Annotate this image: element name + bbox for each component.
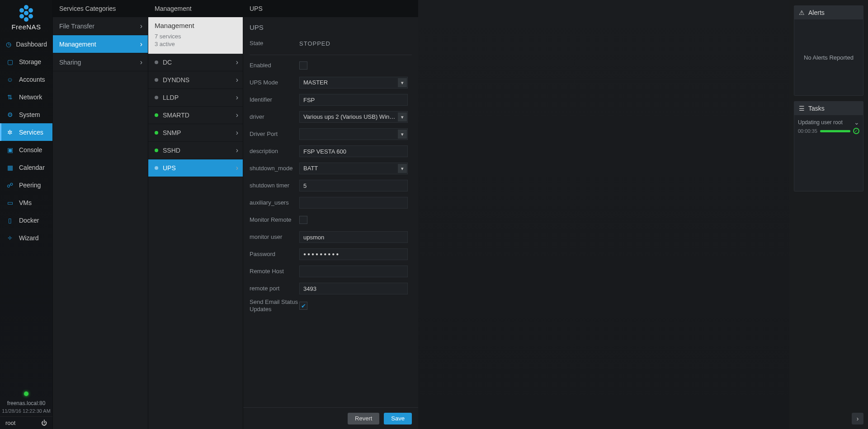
nav-network[interactable]: ⇅Network <box>0 88 52 106</box>
service-dyndns[interactable]: DYNDNS› <box>148 71 243 89</box>
monitor-remote-checkbox[interactable] <box>299 216 307 224</box>
card-services-count: 7 services <box>155 33 236 41</box>
details-title: UPS <box>250 17 412 35</box>
service-label: LLDP <box>163 94 179 101</box>
terminal-icon: ▣ <box>5 145 14 154</box>
nav-vms[interactable]: ▭VMs <box>0 194 52 211</box>
driver-row: driver Various ups 2 (Various USB) WinPo… <box>250 108 412 126</box>
description-input[interactable] <box>299 145 408 157</box>
identifier-input[interactable] <box>299 94 408 106</box>
description-label: description <box>250 148 299 155</box>
service-ups[interactable]: UPS› <box>148 159 243 177</box>
user-row: root ⏻ <box>0 416 52 429</box>
peering-icon: ☍ <box>5 181 14 190</box>
details-column: UPS UPS State STOPPED Enabled UPS Mode M… <box>243 0 418 429</box>
remote-port-input[interactable] <box>299 283 408 294</box>
chevron-right-icon: › <box>236 111 238 119</box>
alerts-header: ⚠ Alerts <box>794 6 863 19</box>
remote-host-row: Remote Host <box>250 263 412 280</box>
enabled-checkbox[interactable] <box>299 61 307 70</box>
service-label: SNMP <box>163 129 181 136</box>
sidebar-footer: freenas.local:80 11/28/16 12:22:30 AM <box>0 388 52 416</box>
nav-console[interactable]: ▣Console <box>0 141 52 159</box>
shutdown-mode-select[interactable]: BATT <box>299 163 408 174</box>
driver-label: driver <box>250 113 299 121</box>
nav-wizard[interactable]: ✧Wizard <box>0 229 52 247</box>
shutdown-timer-label: shutdown timer <box>250 182 299 189</box>
nav-docker[interactable]: ▯Docker <box>0 211 52 229</box>
send-email-row: Send Email Status Updates <box>250 297 412 314</box>
right-column: ⚠ Alerts No Alerts Reported ☰ Tasks Upda… <box>789 0 868 429</box>
divider <box>250 55 412 55</box>
driver-select[interactable]: Various ups 2 (Various USB) WinPo… <box>299 111 408 123</box>
ups-mode-select[interactable]: MASTER <box>299 77 408 89</box>
nav-accounts[interactable]: ☺Accounts <box>0 70 52 88</box>
service-smartd[interactable]: SMARTD› <box>148 107 243 124</box>
management-summary-card: Management 7 services 3 active <box>148 17 243 54</box>
status-dot-icon <box>155 113 158 117</box>
category-management[interactable]: Management › <box>53 35 148 53</box>
task-item[interactable]: Updating user root ⌄ 00:00:35 ✓ <box>798 119 859 134</box>
monitor-user-input[interactable] <box>299 231 408 243</box>
task-time: 00:00:35 <box>798 128 817 134</box>
nav-label: Storage <box>19 58 41 65</box>
monitor-user-label: monitor user <box>250 233 299 241</box>
task-progressbar <box>820 130 850 132</box>
alerts-panel: ⚠ Alerts No Alerts Reported <box>794 5 863 96</box>
tasks-panel: ☰ Tasks Updating user root ⌄ 00:00:35 ✓ <box>794 101 863 191</box>
identifier-label: Identifier <box>250 96 299 103</box>
panel-toggle-button[interactable]: › <box>852 413 863 424</box>
aux-users-input[interactable] <box>299 197 408 209</box>
nav-storage[interactable]: ▢Storage <box>0 53 52 70</box>
driver-port-select[interactable] <box>299 128 408 140</box>
host-text: freenas.local:80 <box>0 400 52 406</box>
disk-icon: ▢ <box>5 57 14 66</box>
service-label: DC <box>163 59 172 66</box>
state-value: STOPPED <box>299 40 412 47</box>
chevron-right-icon: › <box>140 58 142 66</box>
wizard-icon: ✧ <box>5 233 14 242</box>
check-icon: ✓ <box>853 128 859 134</box>
enabled-row: Enabled <box>250 57 412 74</box>
service-sshd[interactable]: SSHD› <box>148 142 243 159</box>
network-icon: ⇅ <box>5 93 14 102</box>
chevron-right-icon: › <box>236 164 238 172</box>
categories-column: Services Categories File Transfer › Mana… <box>52 0 148 429</box>
logo-text: FreeNAS <box>11 23 41 31</box>
power-icon[interactable]: ⏻ <box>41 420 47 426</box>
service-lldp[interactable]: LLDP› <box>148 89 243 107</box>
category-file-transfer[interactable]: File Transfer › <box>53 17 148 35</box>
password-input[interactable]: ●●●●●●●●● <box>299 248 408 260</box>
service-label: SMARTD <box>163 112 189 119</box>
remote-host-input[interactable] <box>299 266 408 277</box>
nav-dashboard[interactable]: ◷Dashboard <box>0 35 52 53</box>
nav-label: Calendar <box>19 164 45 171</box>
nav-label: VMs <box>19 199 32 206</box>
status-dot-icon <box>155 149 158 152</box>
cog-icon: ✲ <box>5 128 14 137</box>
remote-port-row: remote port <box>250 280 412 297</box>
status-dot-icon <box>155 166 158 170</box>
remote-host-label: Remote Host <box>250 268 299 275</box>
docker-icon: ▯ <box>5 216 14 225</box>
send-email-checkbox[interactable] <box>299 302 307 310</box>
chevron-right-icon: › <box>140 22 142 30</box>
nav-system[interactable]: ⚙System <box>0 106 52 123</box>
status-dot-icon <box>155 78 158 82</box>
nav-calendar[interactable]: ▦Calendar <box>0 159 52 176</box>
shutdown-timer-input[interactable] <box>299 180 408 191</box>
category-sharing[interactable]: Sharing › <box>53 53 148 71</box>
nav-label: Peering <box>19 182 41 189</box>
ups-mode-row: UPS Mode MASTER▾ <box>250 74 412 91</box>
ups-mode-label: UPS Mode <box>250 79 299 86</box>
service-snmp[interactable]: SNMP› <box>148 124 243 142</box>
service-dc[interactable]: DC› <box>148 54 243 71</box>
password-row: Password ●●●●●●●●● <box>250 246 412 263</box>
revert-button[interactable]: Revert <box>348 413 379 424</box>
nav-services[interactable]: ✲Services <box>0 123 52 141</box>
status-dot-icon <box>24 392 28 396</box>
description-row: description <box>250 143 412 160</box>
nav-label: Dashboard <box>16 41 47 48</box>
save-button[interactable]: Save <box>384 413 412 424</box>
nav-peering[interactable]: ☍Peering <box>0 176 52 194</box>
